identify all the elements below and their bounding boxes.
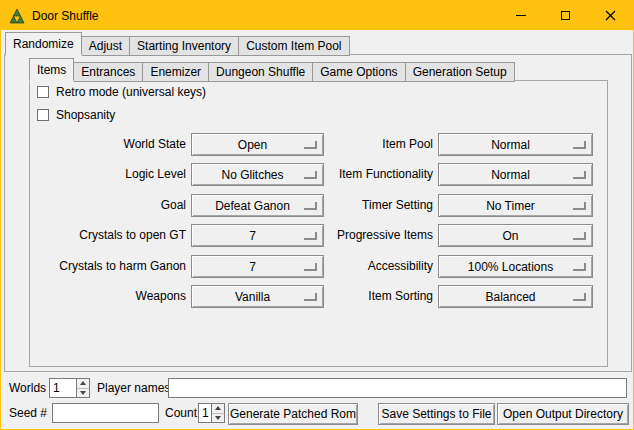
option-label: Accessibility — [331, 255, 433, 278]
save-settings-button[interactable]: Save Settings to File — [378, 403, 495, 425]
tab-entrances[interactable]: Entrances — [73, 62, 143, 82]
dropdown-indicator-icon — [304, 171, 317, 179]
tab-dungeon-shuffle[interactable]: Dungeon Shuffle — [208, 62, 313, 82]
open-output-directory-button[interactable]: Open Output Directory — [497, 403, 629, 425]
count-decrement-button[interactable] — [212, 413, 224, 423]
count-label: Count — [165, 403, 197, 423]
dropdown-indicator-icon — [573, 232, 586, 240]
seed-label: Seed # — [9, 403, 47, 423]
spinner-up-icon — [215, 406, 221, 410]
dropdown-indicator-icon — [304, 263, 317, 271]
dropdown-indicator-icon — [573, 293, 586, 301]
tab-game-options[interactable]: Game Options — [312, 62, 405, 82]
item-sorting-dropdown[interactable]: Balanced — [438, 285, 593, 308]
option-label: Weapons — [21, 285, 186, 308]
retro-mode-label: Retro mode (universal keys) — [56, 85, 206, 99]
retro-mode-checkbox[interactable] — [37, 86, 49, 98]
timer-setting-dropdown[interactable]: No Timer — [438, 194, 593, 217]
goal-dropdown[interactable]: Defeat Ganon — [191, 194, 324, 217]
item-pool-dropdown[interactable]: Normal — [438, 133, 593, 156]
worlds-stepper[interactable]: 1 — [49, 378, 90, 398]
accessibility-dropdown[interactable]: 100% Locations — [438, 255, 593, 278]
tab-custom-item-pool[interactable]: Custom Item Pool — [238, 36, 349, 56]
option-label: Goal — [21, 194, 186, 217]
dropdown-indicator-icon — [304, 293, 317, 301]
dropdown-indicator-icon — [304, 232, 317, 240]
dropdown-indicator-icon — [573, 141, 586, 149]
shopsanity-checkbox[interactable] — [37, 109, 49, 121]
option-label: Crystals to harm Ganon — [21, 255, 186, 278]
tab-randomize[interactable]: Randomize — [5, 32, 82, 56]
option-label: Item Pool — [331, 133, 433, 156]
tab-adjust[interactable]: Adjust — [81, 36, 130, 56]
logic-level-dropdown[interactable]: No Glitches — [191, 163, 324, 186]
player-names-label: Player names — [97, 378, 170, 398]
maximize-button[interactable] — [543, 1, 588, 30]
dropdown-indicator-icon — [573, 202, 586, 210]
tab-generation-setup[interactable]: Generation Setup — [405, 62, 515, 82]
worlds-decrement-button[interactable] — [77, 388, 89, 398]
option-label: Timer Setting — [331, 194, 433, 217]
outer-tab-bar: Randomize Adjust Starting Inventory Cust… — [5, 32, 349, 56]
player-names-input[interactable] — [168, 378, 627, 398]
spinner-down-icon — [80, 391, 86, 395]
close-icon — [605, 10, 616, 21]
shopsanity-row: Shopsanity — [37, 108, 115, 122]
titlebar[interactable]: Door Shuffle — [1, 1, 633, 30]
window-controls — [498, 1, 633, 30]
maximize-icon — [561, 11, 570, 20]
item-functionality-dropdown[interactable]: Normal — [438, 163, 593, 186]
window-title: Door Shuffle — [32, 9, 99, 23]
retro-mode-row: Retro mode (universal keys) — [37, 85, 206, 99]
generate-patched-rom-button[interactable]: Generate Patched Rom — [228, 403, 358, 425]
count-stepper[interactable]: 1 — [198, 403, 225, 423]
tab-enemizer[interactable]: Enemizer — [142, 62, 209, 82]
option-label: Item Functionality — [331, 163, 433, 186]
weapons-dropdown[interactable]: Vanilla — [191, 285, 324, 308]
crystals-open-gt-dropdown[interactable]: 7 — [191, 224, 324, 247]
close-button[interactable] — [588, 1, 633, 30]
minimize-icon — [516, 15, 526, 16]
shopsanity-label: Shopsanity — [56, 108, 115, 122]
dropdown-indicator-icon — [304, 141, 317, 149]
dropdown-indicator-icon — [573, 171, 586, 179]
option-label: Progressive Items — [331, 224, 433, 247]
option-label: Logic Level — [21, 163, 186, 186]
spinner-down-icon — [215, 416, 221, 420]
seed-input[interactable] — [52, 403, 159, 423]
worlds-label: Worlds — [9, 378, 46, 398]
spinner-up-icon — [80, 381, 86, 385]
option-label: World State — [21, 133, 186, 156]
worlds-increment-button[interactable] — [77, 379, 89, 388]
progressive-items-dropdown[interactable]: On — [438, 224, 593, 247]
world-state-dropdown[interactable]: Open — [191, 133, 324, 156]
dropdown-indicator-icon — [304, 202, 317, 210]
tab-starting-inventory[interactable]: Starting Inventory — [129, 36, 239, 56]
app-window: Door Shuffle Randomize Adjust Starting I… — [0, 0, 634, 430]
count-increment-button[interactable] — [212, 404, 224, 413]
option-label: Crystals to open GT — [21, 224, 186, 247]
dropdown-indicator-icon — [573, 263, 586, 271]
minimize-button[interactable] — [498, 1, 543, 30]
tab-items[interactable]: Items — [29, 58, 74, 82]
inner-tab-bar: Items Entrances Enemizer Dungeon Shuffle… — [29, 58, 514, 82]
option-label: Item Sorting — [331, 285, 433, 308]
app-icon — [9, 8, 25, 24]
crystals-harm-ganon-dropdown[interactable]: 7 — [191, 255, 324, 278]
